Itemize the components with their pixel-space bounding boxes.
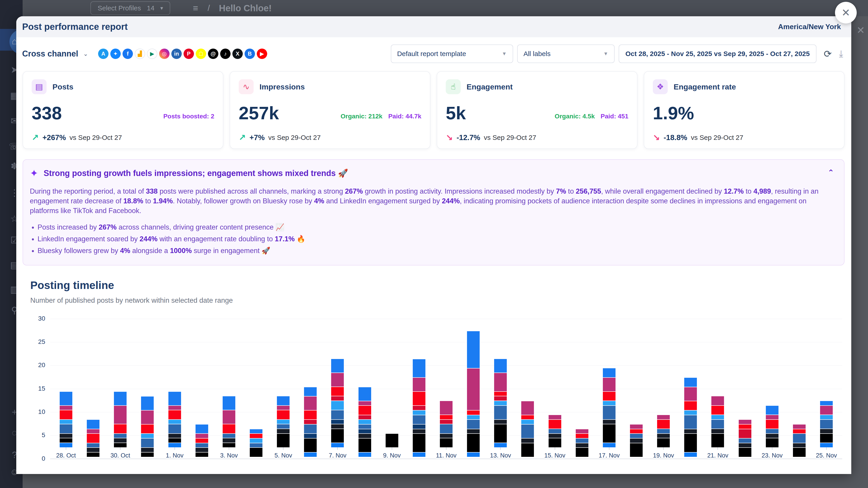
bar-segment-tiktok[interactable] — [521, 443, 534, 457]
stacked-bar[interactable] — [114, 319, 127, 447]
bar-segment-threads[interactable] — [684, 429, 697, 433]
bar-segment-tiktok[interactable] — [223, 443, 235, 447]
bar-segment-linkedin[interactable] — [331, 410, 344, 419]
stacked-bar[interactable] — [521, 319, 534, 457]
bar-segment-facebook[interactable] — [60, 391, 72, 405]
stacked-bar[interactable] — [793, 319, 806, 457]
bar-segment-tiktok[interactable] — [820, 433, 833, 443]
bar-segment-instagram[interactable] — [711, 396, 724, 405]
bar-segment-youtube[interactable] — [549, 419, 561, 429]
bar-segment-youtube[interactable] — [141, 424, 154, 433]
stacked-bar[interactable] — [60, 319, 72, 447]
bar-segment-youtube[interactable] — [711, 405, 724, 415]
bar-segment-tiktok[interactable] — [766, 438, 778, 447]
bar-segment-threads[interactable] — [820, 429, 833, 433]
stacked-bar[interactable] — [576, 319, 588, 457]
bar-segment-linkedin[interactable] — [277, 424, 289, 429]
bar-segment-tiktok[interactable] — [60, 438, 72, 443]
bar-segment-linkedin[interactable] — [657, 429, 670, 433]
bar-segment-youtube[interactable] — [87, 433, 99, 443]
bar-segment-threads[interactable] — [277, 429, 289, 433]
bar-segment-facebook[interactable] — [467, 331, 480, 368]
bar-segment-linkedin[interactable] — [793, 433, 806, 443]
bar-segment-instagram[interactable] — [657, 415, 670, 419]
bar-segment-tiktok[interactable] — [250, 447, 262, 457]
bar-segment-tiktok[interactable] — [413, 433, 426, 452]
bar-segment-youtube[interactable] — [440, 415, 453, 419]
bar-segment-instagram[interactable] — [331, 372, 344, 387]
bar-segment-threads[interactable] — [630, 438, 643, 443]
stacked-bar[interactable] — [168, 319, 181, 447]
stacked-bar[interactable] — [630, 319, 643, 457]
pinterest-icon[interactable]: P — [184, 48, 194, 59]
instagram-icon[interactable]: ◎ — [159, 48, 169, 59]
bar-segment-linkedin[interactable] — [603, 405, 616, 419]
stacked-bar[interactable] — [820, 319, 833, 447]
bar-segment-x[interactable] — [359, 429, 371, 433]
bar-segment-instagram[interactable] — [304, 396, 317, 410]
bar-segment-instagram[interactable] — [521, 401, 534, 415]
bar-segment-linkedin[interactable] — [766, 429, 778, 433]
bar-segment-tiktok[interactable] — [657, 438, 670, 447]
collapse-chevron-icon[interactable]: ⌃ — [828, 168, 834, 177]
bar-segment-instagram[interactable] — [494, 372, 507, 391]
bar-segment-linkedin[interactable] — [739, 438, 751, 443]
bar-segment-facebook[interactable] — [413, 359, 426, 378]
bar-segment-tiktok[interactable] — [331, 429, 344, 443]
bar-segment-youtube[interactable] — [168, 410, 181, 419]
bar-segment-bluesky[interactable] — [304, 452, 317, 457]
bar-segment-threads[interactable] — [711, 429, 724, 433]
bar-segment-threads[interactable] — [114, 438, 127, 443]
bar-segment-facebook[interactable] — [766, 405, 778, 415]
bar-segment-instagram[interactable] — [277, 405, 289, 410]
stacked-bar[interactable] — [603, 319, 616, 447]
bar-segment-instagram[interactable] — [440, 400, 453, 415]
stacked-bar[interactable] — [87, 319, 99, 457]
bar-segment-tiktok[interactable] — [141, 452, 154, 457]
bar-segment-instagram[interactable] — [413, 377, 426, 391]
bar-segment-bluesky[interactable] — [494, 443, 507, 447]
bar-segment-facebook[interactable] — [250, 429, 262, 433]
bar-segment-youtube[interactable] — [657, 419, 670, 429]
stacked-bar[interactable] — [467, 319, 480, 457]
bar-segment-instagram[interactable] — [359, 401, 371, 405]
bar-segment-tiktok[interactable] — [549, 438, 561, 447]
bar-segment-linkedin[interactable] — [195, 443, 208, 448]
bar-segment-twitter[interactable] — [467, 415, 480, 420]
bar-segment-instagram[interactable] — [739, 419, 751, 424]
bar-segment-youtube[interactable] — [467, 410, 480, 415]
hamburger-icon[interactable]: ≡ — [193, 3, 198, 13]
bar-segment-threads[interactable] — [331, 424, 344, 429]
bar-segment-youtube[interactable] — [684, 401, 697, 410]
bar-segment-tiktok[interactable] — [576, 447, 588, 457]
bar-segment-facebook[interactable] — [114, 391, 127, 405]
bar-segment-x[interactable] — [304, 433, 317, 438]
bar-segment-pinterest[interactable] — [331, 396, 344, 400]
google-analytics-icon[interactable]: ▟ — [135, 48, 145, 59]
bar-segment-tiktok[interactable] — [168, 438, 181, 443]
bar-segment-linkedin[interactable] — [440, 424, 453, 433]
bar-segment-linkedin[interactable] — [413, 415, 426, 424]
bar-segment-tiktok[interactable] — [195, 452, 208, 457]
bar-segment-linkedin[interactable] — [711, 419, 724, 429]
bar-segment-youtube[interactable] — [793, 429, 806, 433]
stacked-bar[interactable] — [739, 319, 751, 457]
bar-segment-instagram[interactable] — [793, 424, 806, 429]
download-icon[interactable]: ⤓ — [839, 48, 843, 59]
bar-segment-facebook[interactable] — [603, 368, 616, 377]
bar-segment-linkedin[interactable] — [684, 415, 697, 429]
bar-segment-facebook[interactable] — [820, 400, 833, 405]
bar-segment-tiktok[interactable] — [87, 452, 99, 457]
stacked-bar[interactable] — [711, 319, 724, 447]
report-template-select[interactable]: Default report template ▼ — [391, 44, 513, 63]
stacked-bar[interactable] — [549, 319, 561, 447]
stacked-bar[interactable] — [766, 319, 778, 447]
bar-segment-tiktok[interactable] — [684, 433, 697, 452]
bluesky-icon[interactable]: ✦ — [110, 48, 121, 59]
bar-segment-linkedin[interactable] — [304, 424, 317, 433]
youtube-icon[interactable]: ▶ — [257, 48, 267, 59]
bar-segment-threads[interactable] — [739, 443, 751, 448]
app-store-icon[interactable]: A — [98, 48, 108, 59]
bar-segment-bluesky[interactable] — [467, 452, 480, 457]
bar-segment-threads[interactable] — [657, 433, 670, 438]
